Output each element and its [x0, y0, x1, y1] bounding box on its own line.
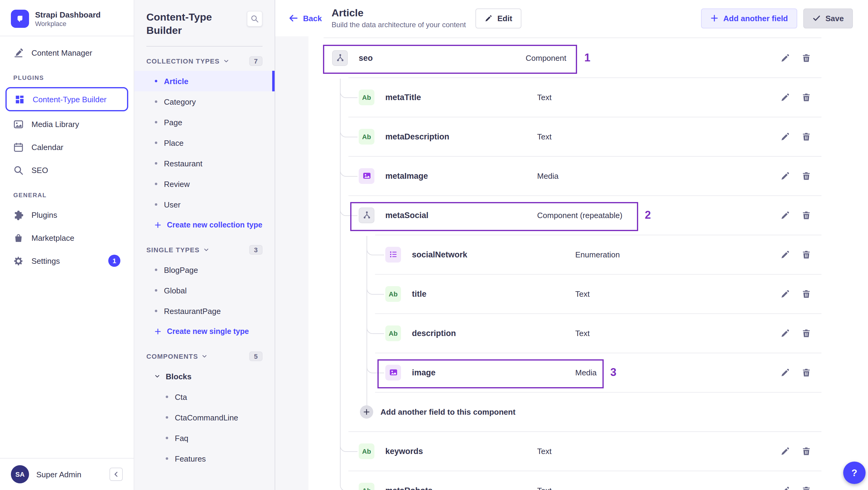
edit-field-icon[interactable] [780, 210, 790, 220]
help-button[interactable]: ? [843, 462, 866, 484]
component-ctacommandline[interactable]: CtaCommandLine [134, 407, 275, 428]
field-row-keywords[interactable]: Ab keywords Text [323, 431, 822, 471]
edit-field-icon[interactable] [780, 92, 790, 102]
delete-field-icon[interactable] [802, 446, 811, 456]
sidebar-item-content-type-builder[interactable]: Content-Type Builder [5, 87, 128, 111]
delete-field-icon[interactable] [802, 131, 811, 141]
collection-type-page[interactable]: Page [134, 112, 275, 132]
field-row-metaimage[interactable]: metaImage Media [323, 156, 822, 195]
collection-type-user[interactable]: User [134, 194, 275, 215]
search-button[interactable] [247, 11, 262, 27]
edit-field-icon[interactable] [780, 486, 790, 490]
chevron-down-icon [203, 247, 209, 253]
edit-field-icon[interactable] [780, 446, 790, 456]
component-faq[interactable]: Faq [134, 428, 275, 448]
delete-field-icon[interactable] [802, 367, 811, 377]
plus-icon [154, 328, 161, 335]
sidebar-item-marketplace[interactable]: Marketplace [5, 226, 128, 249]
field-name: keywords [385, 447, 423, 456]
create-collection-type-link[interactable]: Create new collection type [134, 215, 275, 235]
collection-type-category[interactable]: Category [134, 91, 275, 112]
field-row-metasocial[interactable]: 2 metaSocial Component (repeatable) [323, 195, 822, 235]
edit-field-icon[interactable] [780, 289, 790, 299]
bullet-icon [155, 162, 157, 164]
edit-field-icon[interactable] [780, 53, 790, 63]
item-label: CtaCommandLine [175, 413, 238, 422]
delete-field-icon[interactable] [802, 171, 811, 181]
annotation-number: 1 [584, 52, 590, 64]
delete-field-icon[interactable] [802, 53, 811, 63]
collection-types-header[interactable]: COLLECTION TYPES 7 [134, 47, 275, 71]
single-type-global[interactable]: Global [134, 280, 275, 301]
field-name: metaImage [385, 171, 428, 180]
edit-field-icon[interactable] [780, 131, 790, 141]
back-link[interactable]: Back [288, 13, 322, 23]
component-cta[interactable]: Cta [134, 387, 275, 407]
sidebar-item-media-library[interactable]: Media Library [5, 113, 128, 135]
edit-field-icon[interactable] [780, 249, 790, 259]
collection-type-restaurant[interactable]: Restaurant [134, 153, 275, 174]
add-another-field-button[interactable]: Add another field [701, 8, 797, 28]
field-row-seo[interactable]: 1 seo Component [323, 38, 822, 78]
sidebar-item-content-manager[interactable]: Content Manager [5, 41, 128, 64]
field-row-metatitle[interactable]: Ab metaTitle Text [323, 78, 822, 117]
single-type-blogpage[interactable]: BlogPage [134, 259, 275, 280]
field-row-socialnetwork[interactable]: socialNetwork Enumeration [323, 235, 822, 274]
field-row-image[interactable]: 3 image Media [323, 353, 822, 392]
collection-type-article[interactable]: Article [134, 71, 275, 91]
back-label: Back [303, 13, 322, 23]
delete-field-icon[interactable] [802, 210, 811, 220]
sidebar-item-calendar[interactable]: Calendar [5, 135, 128, 158]
chevron-down-icon [202, 353, 208, 359]
sidebar-item-label: SEO [31, 165, 48, 175]
single-types-header[interactable]: SINGLE TYPES 3 [134, 235, 275, 259]
count-badge: 3 [249, 245, 262, 255]
media-library-icon [13, 119, 24, 129]
edit-field-icon[interactable] [780, 367, 790, 377]
avatar[interactable]: SA [11, 465, 29, 483]
component-category-blocks[interactable]: Blocks [134, 366, 275, 387]
field-name: description [412, 329, 456, 338]
delete-field-icon[interactable] [802, 328, 811, 338]
sidebar-item-seo[interactable]: SEO [5, 158, 128, 182]
delete-field-icon[interactable] [802, 486, 811, 490]
annotation-number: 3 [610, 366, 616, 379]
edit-field-icon[interactable] [780, 171, 790, 181]
delete-field-icon[interactable] [802, 249, 811, 259]
content-manager-icon [13, 48, 24, 58]
edit-button[interactable]: Edit [475, 8, 521, 28]
item-label: Faq [175, 433, 188, 442]
components-header[interactable]: COMPONENTS 5 [134, 342, 275, 366]
delete-field-icon[interactable] [802, 289, 811, 299]
sidebar-item-plugins[interactable]: Plugins [5, 203, 128, 226]
field-row-title[interactable]: Ab title Text [323, 274, 822, 313]
brand[interactable]: Strapi Dashboard Workplace [0, 0, 134, 36]
create-single-type-link[interactable]: Create new single type [134, 321, 275, 342]
plus-icon[interactable] [360, 405, 373, 418]
content-gutter [275, 36, 309, 490]
field-row-metarobots[interactable]: Ab metaRobots Text [323, 471, 822, 490]
item-label: Features [175, 454, 206, 463]
sidebar-item-settings[interactable]: Settings 1 [5, 249, 128, 272]
add-field-to-component-label: Add another field to this component [380, 407, 515, 416]
avatar-initials: SA [16, 471, 25, 478]
plus-icon [710, 14, 718, 22]
sidebar-item-label: Settings [31, 256, 60, 265]
add-field-to-component-row[interactable]: Add another field to this component [323, 392, 822, 431]
single-type-restaurantpage[interactable]: RestaurantPage [134, 301, 275, 321]
field-row-metadescription[interactable]: Ab metaDescription Text [323, 117, 822, 156]
save-button[interactable]: Save [803, 8, 853, 28]
main-sidebar: Strapi Dashboard Workplace Content Manag… [0, 0, 134, 490]
field-row-description[interactable]: Ab description Text [323, 313, 822, 353]
collection-type-place[interactable]: Place [134, 132, 275, 153]
divider [375, 392, 822, 393]
collection-type-review[interactable]: Review [134, 174, 275, 194]
item-label: Article [164, 76, 188, 86]
collapse-sidebar-button[interactable] [110, 468, 123, 481]
search-icon [250, 14, 259, 23]
edit-field-icon[interactable] [780, 328, 790, 338]
delete-field-icon[interactable] [802, 92, 811, 102]
text-field-icon: Ab [359, 443, 374, 459]
component-features[interactable]: Features [134, 448, 275, 469]
item-label: Cta [175, 392, 187, 401]
